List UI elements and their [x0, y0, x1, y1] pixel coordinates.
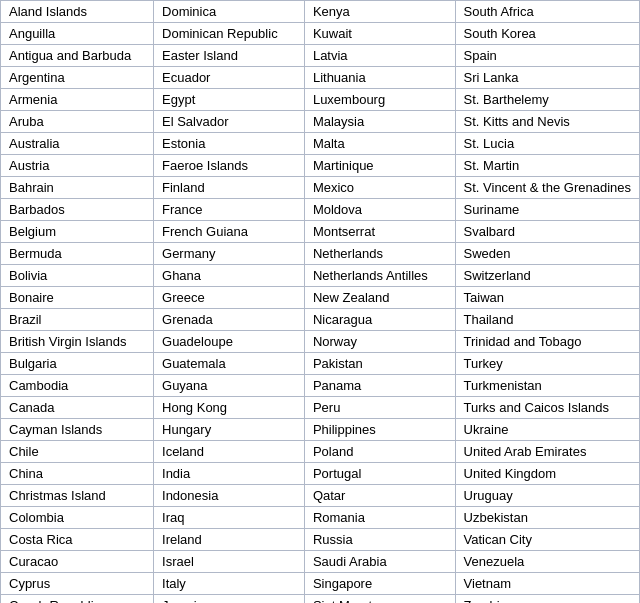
table-cell: Turks and Caicos Islands [455, 397, 639, 419]
table-cell: Spain [455, 45, 639, 67]
table-cell: Vietnam [455, 573, 639, 595]
table-cell: Christmas Island [1, 485, 154, 507]
table-cell: Thailand [455, 309, 639, 331]
table-cell: Dominica [154, 1, 305, 23]
table-cell: Pakistan [304, 353, 455, 375]
table-cell: Bahrain [1, 177, 154, 199]
table-row: AustriaFaeroe IslandsMartiniqueSt. Marti… [1, 155, 640, 177]
table-row: Cayman IslandsHungaryPhilippinesUkraine [1, 419, 640, 441]
table-cell: Russia [304, 529, 455, 551]
table-cell: Malaysia [304, 111, 455, 133]
table-cell: Suriname [455, 199, 639, 221]
table-cell: Philippines [304, 419, 455, 441]
table-cell: Sint Maarten [304, 595, 455, 604]
table-cell: Martinique [304, 155, 455, 177]
table-cell: Greece [154, 287, 305, 309]
table-cell: St. Kitts and Nevis [455, 111, 639, 133]
table-cell: El Salvador [154, 111, 305, 133]
table-cell: Czech Republic [1, 595, 154, 604]
countries-table: Aland IslandsDominicaKenyaSouth AfricaAn… [0, 0, 640, 603]
table-cell: Dominican Republic [154, 23, 305, 45]
table-cell: France [154, 199, 305, 221]
table-cell: St. Lucia [455, 133, 639, 155]
table-cell: India [154, 463, 305, 485]
table-cell: Luxembourg [304, 89, 455, 111]
table-cell: Bonaire [1, 287, 154, 309]
table-cell: Svalbard [455, 221, 639, 243]
table-cell: Antigua and Barbuda [1, 45, 154, 67]
table-cell: French Guiana [154, 221, 305, 243]
table-cell: Israel [154, 551, 305, 573]
table-row: AnguillaDominican RepublicKuwaitSouth Ko… [1, 23, 640, 45]
table-cell: Colombia [1, 507, 154, 529]
table-cell: Cyprus [1, 573, 154, 595]
table-row: ColombiaIraqRomaniaUzbekistan [1, 507, 640, 529]
table-cell: Qatar [304, 485, 455, 507]
table-cell: St. Barthelemy [455, 89, 639, 111]
table-row: ChinaIndiaPortugalUnited Kingdom [1, 463, 640, 485]
table-cell: Cambodia [1, 375, 154, 397]
table-cell: Grenada [154, 309, 305, 331]
table-cell: Ireland [154, 529, 305, 551]
table-cell: Canada [1, 397, 154, 419]
table-row: BonaireGreeceNew ZealandTaiwan [1, 287, 640, 309]
table-cell: Curacao [1, 551, 154, 573]
table-row: Costa RicaIrelandRussiaVatican City [1, 529, 640, 551]
table-row: Czech RepublicJamaicaSint MaartenZambia [1, 595, 640, 604]
table-cell: Mexico [304, 177, 455, 199]
table-cell: China [1, 463, 154, 485]
table-cell: Bolivia [1, 265, 154, 287]
table-cell: Italy [154, 573, 305, 595]
table-cell: Aland Islands [1, 1, 154, 23]
table-cell: Australia [1, 133, 154, 155]
table-cell: Iceland [154, 441, 305, 463]
table-cell: Zambia [455, 595, 639, 604]
table-row: ArmeniaEgyptLuxembourgSt. Barthelemy [1, 89, 640, 111]
table-row: CambodiaGuyanaPanamaTurkmenistan [1, 375, 640, 397]
table-cell: Armenia [1, 89, 154, 111]
table-row: BelgiumFrench GuianaMontserratSvalbard [1, 221, 640, 243]
table-cell: Indonesia [154, 485, 305, 507]
table-cell: Sri Lanka [455, 67, 639, 89]
table-row: BarbadosFranceMoldovaSuriname [1, 199, 640, 221]
table-cell: Easter Island [154, 45, 305, 67]
table-cell: Panama [304, 375, 455, 397]
table-cell: Austria [1, 155, 154, 177]
table-cell: Estonia [154, 133, 305, 155]
table-cell: Bermuda [1, 243, 154, 265]
table-row: ChileIcelandPolandUnited Arab Emirates [1, 441, 640, 463]
table-cell: Latvia [304, 45, 455, 67]
table-cell: Barbados [1, 199, 154, 221]
table-cell: Kenya [304, 1, 455, 23]
table-cell: Ghana [154, 265, 305, 287]
table-row: CanadaHong KongPeruTurks and Caicos Isla… [1, 397, 640, 419]
table-cell: Faeroe Islands [154, 155, 305, 177]
table-cell: Uruguay [455, 485, 639, 507]
table-cell: Cayman Islands [1, 419, 154, 441]
table-cell: Trinidad and Tobago [455, 331, 639, 353]
table-cell: Chile [1, 441, 154, 463]
table-row: AustraliaEstoniaMaltaSt. Lucia [1, 133, 640, 155]
table-cell: Poland [304, 441, 455, 463]
table-cell: New Zealand [304, 287, 455, 309]
table-row: CuracaoIsraelSaudi ArabiaVenezuela [1, 551, 640, 573]
table-cell: Turkey [455, 353, 639, 375]
table-row: CyprusItalySingaporeVietnam [1, 573, 640, 595]
table-cell: South Africa [455, 1, 639, 23]
table-cell: St. Vincent & the Grenadines [455, 177, 639, 199]
table-cell: Netherlands [304, 243, 455, 265]
table-row: Antigua and BarbudaEaster IslandLatviaSp… [1, 45, 640, 67]
table-cell: Saudi Arabia [304, 551, 455, 573]
table-cell: United Arab Emirates [455, 441, 639, 463]
table-cell: Iraq [154, 507, 305, 529]
table-cell: Lithuania [304, 67, 455, 89]
table-row: Christmas IslandIndonesiaQatarUruguay [1, 485, 640, 507]
table-cell: Jamaica [154, 595, 305, 604]
table-cell: Belgium [1, 221, 154, 243]
table-cell: Costa Rica [1, 529, 154, 551]
table-cell: Taiwan [455, 287, 639, 309]
table-cell: Singapore [304, 573, 455, 595]
table-cell: Switzerland [455, 265, 639, 287]
table-cell: Aruba [1, 111, 154, 133]
table-cell: Brazil [1, 309, 154, 331]
